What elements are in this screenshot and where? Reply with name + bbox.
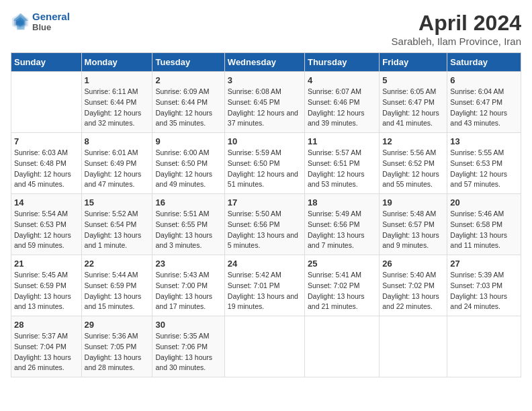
daylight-text: Daylight: 12 hours and 47 minutes. [85, 169, 150, 191]
daylight-text: Daylight: 13 hours and 11 minutes. [450, 230, 518, 252]
sunset-text: Sunset: 6:53 PM [14, 220, 79, 230]
sunset-text: Sunset: 7:03 PM [450, 281, 518, 291]
sunset-text: Sunset: 6:46 PM [308, 97, 376, 108]
sunrise-text: Sunrise: 6:05 AM [382, 87, 444, 97]
sunset-text: Sunset: 7:04 PM [14, 342, 79, 353]
calendar-cell: 30 Sunrise: 5:35 AM Sunset: 7:06 PM Dayl… [152, 316, 224, 377]
cell-content: Sunrise: 5:42 AM Sunset: 7:01 PM Dayligh… [228, 270, 302, 312]
sunset-text: Sunset: 6:44 PM [85, 97, 150, 108]
cell-content: Sunrise: 5:39 AM Sunset: 7:03 PM Dayligh… [450, 270, 518, 312]
daylight-text: Daylight: 12 hours and 53 minutes. [308, 169, 376, 191]
sunrise-text: Sunrise: 5:42 AM [228, 270, 302, 281]
sunrise-text: Sunrise: 5:49 AM [308, 209, 376, 220]
cell-content: Sunrise: 5:59 AM Sunset: 6:50 PM Dayligh… [228, 148, 302, 190]
daylight-text: Daylight: 13 hours and 22 minutes. [382, 291, 444, 313]
calendar-row: 28 Sunrise: 5:37 AM Sunset: 7:04 PM Dayl… [11, 316, 521, 377]
day-number: 19 [382, 197, 444, 208]
cell-content: Sunrise: 5:51 AM Sunset: 6:55 PM Dayligh… [155, 209, 221, 251]
calendar-cell: 18 Sunrise: 5:49 AM Sunset: 6:56 PM Dayl… [304, 194, 379, 255]
day-number: 22 [85, 259, 150, 269]
cell-content: Sunrise: 6:11 AM Sunset: 6:44 PM Dayligh… [85, 87, 150, 129]
daylight-text: Daylight: 13 hours and 21 minutes. [308, 291, 376, 313]
daylight-text: Daylight: 13 hours and 9 minutes. [382, 230, 444, 252]
daylight-text: Daylight: 12 hours and 43 minutes. [450, 108, 518, 130]
sunrise-text: Sunrise: 6:01 AM [85, 148, 150, 158]
sunrise-text: Sunrise: 5:51 AM [155, 209, 221, 220]
sunset-text: Sunset: 6:58 PM [450, 220, 518, 230]
calendar-cell: 19 Sunrise: 5:48 AM Sunset: 6:57 PM Dayl… [380, 194, 447, 255]
daylight-text: Daylight: 13 hours and 5 minutes. [228, 230, 302, 252]
cell-content: Sunrise: 5:48 AM Sunset: 6:57 PM Dayligh… [382, 209, 444, 251]
sunrise-text: Sunrise: 6:07 AM [308, 87, 376, 97]
day-number: 7 [14, 136, 79, 146]
calendar-cell: 11 Sunrise: 5:57 AM Sunset: 6:51 PM Dayl… [304, 133, 379, 194]
daylight-text: Daylight: 13 hours and 13 minutes. [14, 291, 79, 313]
sunrise-text: Sunrise: 5:55 AM [450, 148, 518, 158]
calendar-cell: 27 Sunrise: 5:39 AM Sunset: 7:03 PM Dayl… [447, 255, 521, 316]
calendar-cell: 12 Sunrise: 5:56 AM Sunset: 6:52 PM Dayl… [380, 133, 447, 194]
daylight-text: Daylight: 12 hours and 39 minutes. [308, 108, 376, 130]
cell-content: Sunrise: 5:57 AM Sunset: 6:51 PM Dayligh… [308, 148, 376, 190]
sunset-text: Sunset: 6:48 PM [14, 158, 79, 169]
title-block: April 2024 Sarableh, Ilam Province, Iran [392, 11, 521, 47]
calendar-cell: 3 Sunrise: 6:08 AM Sunset: 6:45 PM Dayli… [224, 72, 304, 133]
calendar-cell: 14 Sunrise: 5:54 AM Sunset: 6:53 PM Dayl… [11, 194, 82, 255]
daylight-text: Daylight: 13 hours and 19 minutes. [228, 291, 302, 313]
logo-text: General Blue [32, 11, 70, 32]
calendar-cell: 16 Sunrise: 5:51 AM Sunset: 6:55 PM Dayl… [152, 194, 224, 255]
calendar-cell: 6 Sunrise: 6:04 AM Sunset: 6:47 PM Dayli… [447, 72, 521, 133]
sunrise-text: Sunrise: 5:45 AM [14, 270, 79, 281]
sunset-text: Sunset: 7:06 PM [155, 342, 221, 353]
column-header-monday: Monday [81, 53, 152, 72]
cell-content: Sunrise: 5:45 AM Sunset: 6:59 PM Dayligh… [14, 270, 79, 312]
cell-content: Sunrise: 6:03 AM Sunset: 6:48 PM Dayligh… [14, 148, 79, 190]
day-number: 24 [228, 259, 302, 269]
cell-content: Sunrise: 5:50 AM Sunset: 6:56 PM Dayligh… [228, 209, 302, 251]
day-number: 8 [85, 136, 150, 146]
sunrise-text: Sunrise: 6:00 AM [155, 148, 221, 158]
cell-content: Sunrise: 6:09 AM Sunset: 6:44 PM Dayligh… [155, 87, 221, 129]
cell-content: Sunrise: 5:35 AM Sunset: 7:06 PM Dayligh… [155, 331, 221, 373]
day-number: 6 [450, 75, 518, 85]
daylight-text: Daylight: 13 hours and 30 minutes. [155, 353, 221, 374]
sunrise-text: Sunrise: 5:44 AM [85, 270, 150, 281]
calendar-cell: 1 Sunrise: 6:11 AM Sunset: 6:44 PM Dayli… [81, 72, 152, 133]
sunrise-text: Sunrise: 5:40 AM [382, 270, 444, 281]
calendar-cell: 9 Sunrise: 6:00 AM Sunset: 6:50 PM Dayli… [152, 133, 224, 194]
sunrise-text: Sunrise: 6:11 AM [85, 87, 150, 97]
daylight-text: Daylight: 13 hours and 28 minutes. [85, 353, 150, 374]
sunrise-text: Sunrise: 5:48 AM [382, 209, 444, 220]
sunrise-text: Sunrise: 5:59 AM [228, 148, 302, 158]
sunset-text: Sunset: 6:53 PM [450, 158, 518, 169]
calendar-row: 7 Sunrise: 6:03 AM Sunset: 6:48 PM Dayli… [11, 133, 521, 194]
sunset-text: Sunset: 6:54 PM [85, 220, 150, 230]
logo-icon [11, 12, 30, 31]
calendar-cell: 13 Sunrise: 5:55 AM Sunset: 6:53 PM Dayl… [447, 133, 521, 194]
calendar-cell: 29 Sunrise: 5:36 AM Sunset: 7:05 PM Dayl… [81, 316, 152, 377]
sunrise-text: Sunrise: 6:09 AM [155, 87, 221, 97]
sunset-text: Sunset: 6:55 PM [155, 220, 221, 230]
sunset-text: Sunset: 7:05 PM [85, 342, 150, 353]
day-number: 1 [85, 75, 150, 85]
calendar-cell: 2 Sunrise: 6:09 AM Sunset: 6:44 PM Dayli… [152, 72, 224, 133]
calendar-cell: 20 Sunrise: 5:46 AM Sunset: 6:58 PM Dayl… [447, 194, 521, 255]
daylight-text: Daylight: 13 hours and 17 minutes. [155, 291, 221, 313]
sunset-text: Sunset: 6:51 PM [308, 158, 376, 169]
calendar-cell: 24 Sunrise: 5:42 AM Sunset: 7:01 PM Dayl… [224, 255, 304, 316]
subtitle: Sarableh, Ilam Province, Iran [392, 36, 521, 47]
cell-content: Sunrise: 6:07 AM Sunset: 6:46 PM Dayligh… [308, 87, 376, 129]
calendar-row: 21 Sunrise: 5:45 AM Sunset: 6:59 PM Dayl… [11, 255, 521, 316]
daylight-text: Daylight: 12 hours and 32 minutes. [85, 108, 150, 130]
calendar-row: 14 Sunrise: 5:54 AM Sunset: 6:53 PM Dayl… [11, 194, 521, 255]
sunset-text: Sunset: 6:59 PM [14, 281, 79, 291]
cell-content: Sunrise: 6:00 AM Sunset: 6:50 PM Dayligh… [155, 148, 221, 190]
cell-content: Sunrise: 6:04 AM Sunset: 6:47 PM Dayligh… [450, 87, 518, 129]
calendar-cell: 23 Sunrise: 5:43 AM Sunset: 7:00 PM Dayl… [152, 255, 224, 316]
sunrise-text: Sunrise: 6:08 AM [228, 87, 302, 97]
daylight-text: Daylight: 13 hours and 15 minutes. [85, 291, 150, 313]
cell-content: Sunrise: 6:01 AM Sunset: 6:49 PM Dayligh… [85, 148, 150, 190]
sunset-text: Sunset: 6:50 PM [155, 158, 221, 169]
cell-content: Sunrise: 5:49 AM Sunset: 6:56 PM Dayligh… [308, 209, 376, 251]
daylight-text: Daylight: 12 hours and 37 minutes. [228, 108, 302, 130]
sunset-text: Sunset: 7:00 PM [155, 281, 221, 291]
